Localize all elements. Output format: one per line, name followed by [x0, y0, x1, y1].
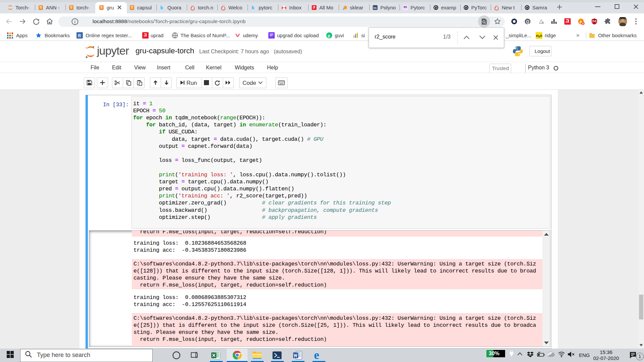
svg-text:tds: tds	[373, 7, 377, 9]
svg-text:g: g	[328, 34, 330, 38]
svg-text:k: k	[252, 5, 255, 10]
svg-text:6: 6	[582, 22, 584, 25]
svg-text:Q: Q	[526, 19, 529, 24]
svg-text:R: R	[78, 34, 81, 38]
svg-text:k: k	[160, 5, 163, 10]
